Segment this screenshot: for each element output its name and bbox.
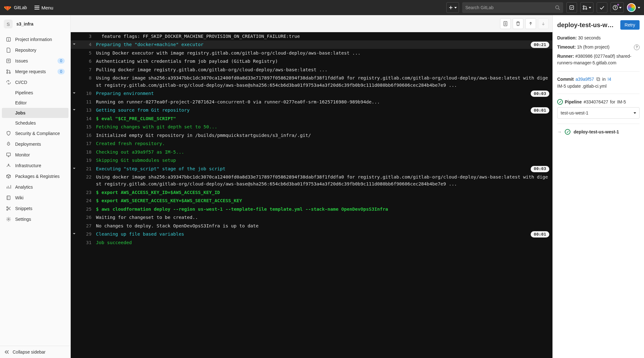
sidebar-item-snip[interactable]: Snippets (2, 203, 69, 214)
sidebar-item-package[interactable]: Packages & Registries (2, 171, 69, 182)
merge-request-link[interactable]: !4 (607, 77, 611, 82)
sidebar-subitem-schedules[interactable]: Schedules (2, 118, 69, 128)
log-line: 18Checking out a39a9f57 as IM-5... (71, 148, 552, 156)
section-toggle-icon[interactable] (71, 41, 78, 48)
line-number: 14 (78, 115, 94, 122)
duration-label: Duration: (557, 35, 577, 41)
arrow-up-icon (528, 21, 533, 26)
section-duration: 00:21 (531, 42, 549, 48)
line-number: 8 (78, 74, 94, 81)
sidebar-item-wiki[interactable]: Wiki (2, 192, 69, 203)
log-text: Executing "step_script" stage of the job… (94, 165, 550, 172)
sidebar-item-label: Security & Compliance (15, 131, 65, 136)
chevron-down-icon (619, 7, 622, 9)
notification-dot-icon (617, 4, 619, 6)
pipeline-label: Pipeline (565, 99, 582, 104)
sidebar-project-header[interactable]: S s3_infra (0, 15, 70, 33)
help-dropdown[interactable]: ? (611, 2, 624, 13)
section-toggle-icon[interactable] (71, 165, 78, 172)
log-line: 14$ eval "$CI_PRE_CLONE_SCRIPT" (71, 114, 552, 123)
stage-select[interactable]: test-us-west-1 (557, 107, 640, 119)
line-number: 19 (78, 157, 94, 164)
log-line: 23$ export AWS_ACCESS_KEY_ID=$AWS_ACCESS… (71, 188, 552, 197)
log-text: Running on runner-0277ea0f-project-27871… (94, 98, 550, 105)
delete-button[interactable] (513, 18, 523, 29)
sidebar-item-monitor[interactable]: Monitor (2, 150, 69, 160)
menu-label: Menu (41, 5, 53, 10)
top-right-controls: ? (446, 2, 640, 13)
log-text: Preparing the "docker+machine" executor (94, 41, 550, 48)
sidebar-item-info[interactable]: Project information (2, 34, 69, 45)
sidebar-item-chart[interactable]: Analytics (2, 182, 69, 192)
log-text: Created fresh repository. (94, 140, 550, 147)
hamburger-icon (34, 6, 39, 9)
log-text: No changes to deploy. Stack OpenDevOpsS3… (94, 222, 550, 229)
log-line: 8Using docker image sha256:a39347bbc1dc3… (71, 74, 552, 89)
sidebar-item-file[interactable]: Repository (2, 45, 69, 56)
sidebar-subitem-pipelines[interactable]: Pipelines (2, 88, 69, 98)
plus-icon (449, 5, 453, 10)
log-line: 13Getting source from Git repository00:0… (71, 106, 552, 114)
svg-rect-19 (7, 196, 10, 200)
commit-sha-link[interactable]: a39a9f57 (575, 77, 594, 82)
search-box[interactable] (462, 2, 563, 13)
new-dropdown[interactable] (446, 2, 459, 13)
todos-shortcut[interactable] (597, 2, 607, 13)
sidebar-item-rocket[interactable]: Deployments (2, 139, 69, 150)
scroll-top-button[interactable] (525, 18, 536, 29)
log-line: 10Preparing environment00:03 (71, 89, 552, 97)
sidebar-item-shield[interactable]: Security & Compliance (2, 128, 69, 139)
logo[interactable]: GitLab (4, 4, 27, 11)
issues-shortcut[interactable] (566, 2, 577, 13)
log-line: 6Authenticating with credentials from jo… (71, 57, 552, 65)
sidebar-item-gear[interactable]: Settings (2, 214, 69, 225)
pipeline-for: for (610, 99, 615, 104)
gear-icon (6, 216, 11, 222)
sidebar-item-merge[interactable]: Merge requests0 (2, 66, 69, 77)
user-menu[interactable] (627, 2, 640, 13)
log-text: Job succeeded (94, 239, 550, 246)
pipeline-id[interactable]: #334076427 (584, 99, 608, 104)
sidebar-item-cicd[interactable]: CI/CD (2, 77, 69, 88)
log-text: Authenticating with credentials from job… (94, 58, 550, 65)
file-icon (6, 47, 11, 53)
status-passed-icon (557, 99, 563, 105)
commit-label: Commit (557, 77, 574, 82)
commit-message: IM-5 update .gitlab-ci.yml (557, 84, 640, 89)
pipeline-ref[interactable]: IM-5 (617, 99, 626, 104)
job-log[interactable]: 3 feature flags: FF_SKIP_DOCKER_MACHINE_… (71, 32, 552, 358)
svg-point-0 (556, 6, 559, 9)
svg-point-4 (586, 8, 587, 9)
svg-point-21 (7, 207, 8, 208)
sidebar: S s3_infra Project informationRepository… (0, 15, 71, 358)
sidebar-item-label: CI/CD (15, 80, 65, 85)
sidebar-item-infra[interactable]: Infrastructure (2, 160, 69, 171)
line-number: 29 (78, 231, 94, 238)
menu-button[interactable]: Menu (31, 3, 57, 12)
section-toggle-icon[interactable] (71, 107, 78, 114)
collapse-sidebar[interactable]: Collapse sidebar (0, 346, 70, 358)
section-toggle-icon[interactable] (71, 231, 78, 238)
merge-requests-shortcut[interactable] (580, 2, 593, 13)
retry-button[interactable]: Retry (620, 20, 640, 30)
brand-text: GitLab (14, 5, 27, 10)
sidebar-item-label: Snippets (15, 206, 65, 211)
sidebar-subitem-editor[interactable]: Editor (2, 98, 69, 108)
sidebar-item-issues[interactable]: Issues0 (2, 56, 69, 66)
svg-point-20 (7, 209, 8, 210)
shield-icon (6, 131, 11, 136)
related-job-link[interactable]: deploy-test-us-west-1 (574, 129, 619, 134)
line-number: 24 (78, 197, 94, 204)
help-icon[interactable]: ? (634, 44, 640, 50)
search-input[interactable] (465, 5, 553, 10)
log-text: Using docker image sha256:a39347bbc1dc30… (94, 74, 550, 89)
sidebar-subitem-jobs[interactable]: Jobs (2, 108, 69, 118)
top-bar: GitLab Menu ? (0, 0, 644, 15)
log-text: $ aws cloudformation deploy --region us-… (94, 206, 550, 213)
sidebar-item-label: Project information (15, 37, 65, 42)
search-icon (555, 5, 560, 10)
download-raw-button[interactable] (500, 18, 511, 29)
svg-point-15 (7, 72, 8, 73)
section-toggle-icon[interactable] (71, 90, 78, 97)
copy-icon[interactable] (596, 77, 600, 81)
